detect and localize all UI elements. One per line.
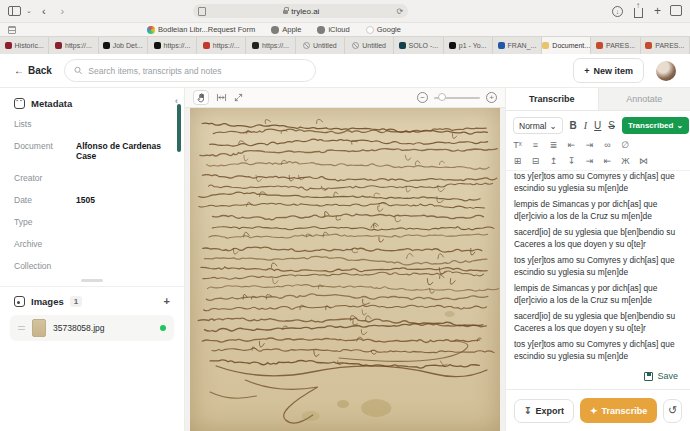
forward-nav-icon[interactable]: › [56,5,70,17]
browser-tab[interactable]: PARES... [591,37,640,54]
insert-row-icon[interactable]: ⊞ [513,156,522,166]
underline-button[interactable]: U [594,120,601,131]
search-input[interactable] [88,66,306,76]
browser-tab[interactable]: SOLO -... [394,37,443,54]
shift-right-icon[interactable]: ⇥ [585,156,594,166]
add-image-button[interactable]: + [164,295,170,307]
browser-tab[interactable]: Document... [542,37,591,54]
drag-handle-icon[interactable] [18,325,25,332]
search-box[interactable] [64,59,316,82]
indent-icon[interactable]: ⇥ [585,140,594,150]
favorite-item[interactable]: Bodleian Libr...Request Form [147,25,255,34]
images-count-badge: 1 [70,296,82,307]
zoom-in-button[interactable]: + [486,92,497,103]
browser-tab[interactable]: Job Det... [99,37,148,54]
history-button[interactable]: ↺ [663,399,682,423]
transcribe-button[interactable]: ✦ Transcribe [580,398,657,423]
metadata-value[interactable] [76,217,170,227]
browser-tab[interactable]: Historic... [0,37,49,54]
manuscript-image[interactable] [190,108,500,431]
align-top-icon[interactable]: ↥ [549,156,558,166]
browser-tab[interactable]: Untitled [296,37,345,54]
export-button[interactable]: ↧ Export [514,399,574,423]
tab-favicon-icon [498,42,505,49]
chevron-down-icon[interactable]: ⌄ [26,7,32,15]
new-item-button[interactable]: + New item [573,58,644,83]
reader-icon[interactable] [198,7,206,16]
split-cells-icon[interactable]: ⋈ [639,156,648,166]
favorites-grid-icon[interactable] [8,26,16,34]
shift-left-icon[interactable]: ⇤ [603,156,612,166]
tab-favicon-icon [154,42,161,49]
manuscript-canvas[interactable] [185,108,505,431]
metadata-scrollbar[interactable] [177,104,181,152]
transcribe-panel: Transcribe Annotate Normal ⌄ B I U S Tra… [505,88,690,431]
outdent-icon[interactable]: ⇤ [567,140,576,150]
address-bar[interactable]: tryleo.ai ⟳ [193,4,408,18]
transcript-paragraph[interactable]: tos y[er]tos amo su Comyres y dich[as] q… [514,255,680,278]
align-bottom-icon[interactable]: ↧ [567,156,576,166]
new-tab-icon[interactable]: + [654,4,661,18]
ordered-list-icon[interactable]: ≣ [549,140,558,150]
fit-width-button[interactable] [216,93,227,102]
tab-overview-icon[interactable] [672,7,682,16]
favorite-item[interactable]: Google [366,25,401,34]
tab-label: https://... [65,42,92,49]
italic-button[interactable]: I [584,120,587,131]
metadata-value[interactable]: 1505 [76,195,170,205]
refresh-icon[interactable]: ⟳ [397,7,404,16]
browser-tab[interactable]: PARES... [641,37,690,54]
merge-cells-icon[interactable]: Ж [621,156,630,166]
transcript-editor[interactable]: tos y[er]tos amo su Comyres y dich[as] q… [506,171,690,367]
metadata-value[interactable]: Alfonso de Cardenas Case [76,141,170,161]
panel-tab[interactable]: Annotate [599,88,690,110]
insert-column-icon[interactable]: ⊟ [531,156,540,166]
browser-tab[interactable]: https://... [148,37,197,54]
transcript-paragraph[interactable]: lempis de Simancas y por dich[as] que d[… [514,283,680,306]
transcribed-status-button[interactable]: Transcribed ⌄ [622,117,689,134]
link-icon[interactable]: ∞ [603,140,612,150]
superscript-icon[interactable]: Tˣ [513,140,522,150]
unlink-icon[interactable]: ∅ [621,140,630,150]
bold-button[interactable]: B [570,120,577,131]
favorite-item[interactable]: Apple [271,25,301,34]
favorite-icon [147,26,155,34]
paragraph-style-dropdown[interactable]: Normal ⌄ [513,117,563,134]
browser-tab[interactable]: https://... [246,37,295,54]
browser-tab[interactable]: FRAN_... [493,37,542,54]
zoom-slider[interactable] [434,97,480,99]
zoom-out-button[interactable]: − [417,92,428,103]
pan-tool-button[interactable] [193,90,209,105]
images-panel: Images 1 + 35738058.jpg [0,287,184,349]
strikethrough-button[interactable]: S [608,120,615,131]
transcript-paragraph[interactable]: sacerd[io] de su yglesia que b[en]bendio… [514,311,680,334]
sidebar-toggle-icon[interactable] [8,6,21,16]
metadata-value[interactable] [76,239,170,249]
image-thumbnail[interactable] [32,319,46,337]
transcript-paragraph[interactable]: lempis de Simancas y por dich[as] que d[… [514,199,680,222]
transcript-paragraph[interactable]: tos y[er]tos amo su Comyres y dich[as] q… [514,339,680,362]
back-button[interactable]: ← Back [14,65,52,76]
zoom-slider-knob[interactable] [438,93,446,101]
panel-resize-handle[interactable] [0,275,184,287]
share-icon[interactable] [634,8,643,18]
browser-tab[interactable]: https://... [197,37,246,54]
metadata-value[interactable] [76,119,170,129]
browser-tab[interactable]: p1 - Yo... [444,37,493,54]
metadata-value[interactable] [76,261,170,271]
user-avatar[interactable] [656,61,676,81]
transcript-paragraph[interactable]: sacerd[io] de su yglesia que b[en]bendio… [514,227,680,250]
browser-tab[interactable]: Untitled [345,37,394,54]
bullet-list-icon[interactable]: ≡ [531,140,540,150]
metadata-value[interactable] [76,173,170,183]
transcript-paragraph[interactable]: tos y[er]tos amo su Comyres y dich[as] q… [514,171,680,194]
fullscreen-button[interactable] [234,93,243,102]
viewer-toolbar: − + [185,88,505,108]
downloads-icon[interactable]: ↓ [612,6,623,17]
back-nav-icon[interactable]: ‹ [37,5,51,17]
save-button[interactable]: Save [657,371,678,381]
favorite-item[interactable]: iCloud [317,25,349,34]
image-list-item[interactable]: 35738058.jpg [10,315,174,341]
panel-tab[interactable]: Transcribe [506,88,599,110]
browser-tab[interactable]: https://... [49,37,98,54]
